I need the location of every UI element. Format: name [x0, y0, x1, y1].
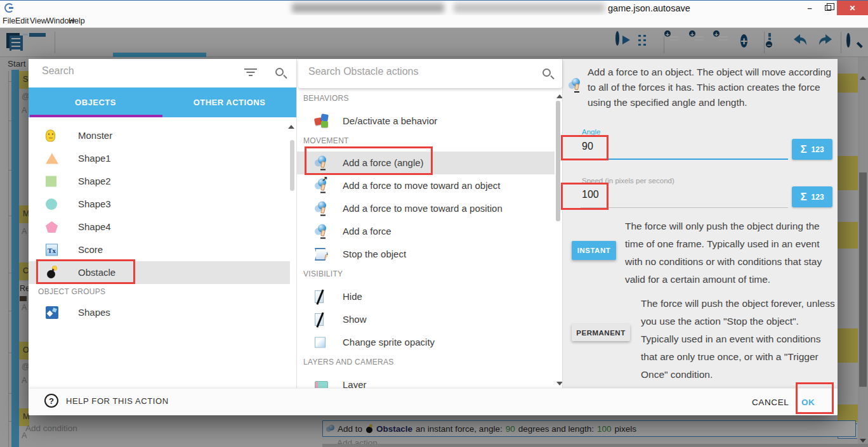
triangle-icon — [46, 153, 58, 164]
menu-file[interactable]: File — [3, 16, 15, 25]
close-button[interactable]: ✕ — [837, 1, 868, 15]
action-show[interactable]: Show — [297, 308, 555, 331]
tab-objects[interactable]: OBJECTS — [29, 87, 162, 117]
permanent-description: The force will push the object forever, … — [641, 295, 839, 384]
angle-label: Angle — [582, 128, 600, 136]
action-add-force[interactable]: Add a force — [297, 220, 555, 243]
circle-icon — [46, 198, 57, 210]
list-item-shape4[interactable]: Shape4 — [29, 216, 290, 238]
action-force-toward-position[interactable]: Add a force to move toward a position — [297, 197, 555, 220]
section-movement: MOVEMENT — [303, 136, 349, 145]
force-toward-object-icon: ↗ — [315, 179, 328, 193]
force-icon — [569, 78, 582, 93]
list-item-score[interactable]: Tx Score — [29, 238, 290, 261]
search-icon[interactable] — [542, 68, 551, 77]
layer-icon — [315, 381, 328, 388]
ok-button[interactable]: OK — [801, 392, 815, 411]
tab-other-actions[interactable]: OTHER ACTIONS — [162, 87, 296, 117]
action-deactivate-behavior[interactable]: De/activate a behavior — [297, 110, 555, 133]
help-icon: ? — [44, 394, 58, 408]
opacity-icon — [315, 337, 326, 348]
stop-icon — [315, 248, 328, 261]
blurred-path-region — [454, 3, 605, 13]
restore-icon — [825, 5, 831, 11]
list-item-obstacle[interactable]: Obstacle — [29, 261, 290, 284]
scroll-up-icon[interactable] — [288, 125, 294, 129]
cancel-button[interactable]: CANCEL — [752, 392, 789, 411]
angle-input[interactable] — [582, 141, 772, 152]
speed-input[interactable] — [582, 189, 772, 200]
group-icon — [46, 306, 58, 319]
action-stop-object[interactable]: Stop the object — [297, 243, 555, 266]
object-tabs: OBJECTS OTHER ACTIONS — [29, 87, 297, 117]
help-for-action-link[interactable]: ? HELP FOR THIS ACTION — [44, 394, 169, 408]
action-change-opacity[interactable]: Change sprite opacity — [297, 331, 555, 354]
force-icon — [315, 224, 328, 239]
force-icon — [315, 202, 328, 216]
action-force-toward-object[interactable]: ↗ Add a force to move toward an object — [297, 174, 555, 197]
title-bar[interactable]: game.json.autosave – ✕ — [0, 0, 868, 15]
list-item-shape2[interactable]: Shape2 — [29, 170, 290, 193]
sigma-icon: Σ — [800, 191, 806, 204]
sigma-icon: Σ — [800, 143, 806, 156]
angle-expression-button[interactable]: Σ 123 — [792, 139, 832, 160]
instant-button[interactable]: INSTANT — [572, 241, 616, 260]
show-icon — [315, 313, 324, 326]
action-layer[interactable]: Layer — [297, 373, 555, 388]
list-item-shapes-group[interactable]: Shapes — [29, 301, 290, 324]
force-icon — [315, 156, 328, 171]
action-hide[interactable]: Hide — [297, 285, 555, 308]
bomb-icon — [46, 266, 58, 279]
action-add-force-angle[interactable]: Add a force (angle) — [297, 152, 555, 174]
hide-icon — [315, 290, 324, 303]
speed-label: Speed (in pixels per second) — [582, 177, 674, 185]
monster-icon — [46, 130, 55, 142]
speed-input-underline — [581, 207, 788, 208]
action-editor-dialog: OBJECTS OTHER ACTIONS Monster Shape1 Sha… — [29, 59, 838, 415]
search-icon[interactable] — [275, 68, 284, 76]
menu-view[interactable]: View — [30, 16, 47, 25]
menu-edit[interactable]: Edit — [15, 16, 29, 25]
object-groups-header: OBJECT GROUPS — [38, 287, 105, 296]
dialog-footer: ? HELP FOR THIS ACTION CANCEL OK — [29, 388, 838, 415]
permanent-button[interactable]: PERMANENT — [572, 324, 630, 341]
list-item-monster[interactable]: Monster — [29, 124, 290, 147]
object-list: Monster Shape1 Shape2 Shape3 Shape4 Tx S… — [29, 117, 297, 388]
blurred-path-region — [292, 3, 444, 13]
window-title: game.json.autosave — [608, 3, 690, 13]
filter-icon[interactable] — [244, 68, 257, 77]
section-visibility: VISIBILITY — [303, 269, 343, 278]
square-icon — [46, 176, 56, 187]
action-list: BEHAVIORS De/activate a behavior MOVEMEN… — [297, 88, 562, 388]
app-window: game.json.autosave – ✕ File Edit View Wi… — [0, 0, 868, 447]
section-behaviors: BEHAVIORS — [303, 94, 349, 103]
objects-search-bar — [29, 59, 297, 87]
objects-search-input[interactable] — [42, 65, 232, 77]
list-item-shape3[interactable]: Shape3 — [29, 193, 290, 216]
minimize-button[interactable]: – — [801, 1, 819, 15]
gdevelop-logo-icon — [4, 3, 14, 13]
menu-bar: File Edit View Window Help — [0, 15, 868, 28]
section-layers-cameras: LAYERS AND CAMERAS — [303, 358, 394, 366]
menu-help[interactable]: Help — [69, 16, 85, 25]
behavior-icon — [315, 114, 329, 128]
speed-expression-button[interactable]: Σ 123 — [792, 186, 832, 207]
text-object-icon: Tx — [46, 244, 58, 256]
restore-button[interactable] — [820, 1, 836, 15]
pentagon-icon — [46, 221, 58, 233]
action-list-scrollbar-thumb[interactable] — [556, 101, 560, 221]
angle-input-underline — [581, 159, 788, 160]
actions-search-input[interactable] — [308, 66, 518, 77]
object-list-scrollbar-thumb[interactable] — [290, 140, 294, 191]
actions-search-bar — [298, 59, 562, 88]
instant-description: The force will only push the object duri… — [625, 217, 836, 288]
action-description: Add a force to an object. The object wil… — [588, 65, 838, 110]
list-item-shape1[interactable]: Shape1 — [29, 147, 290, 170]
